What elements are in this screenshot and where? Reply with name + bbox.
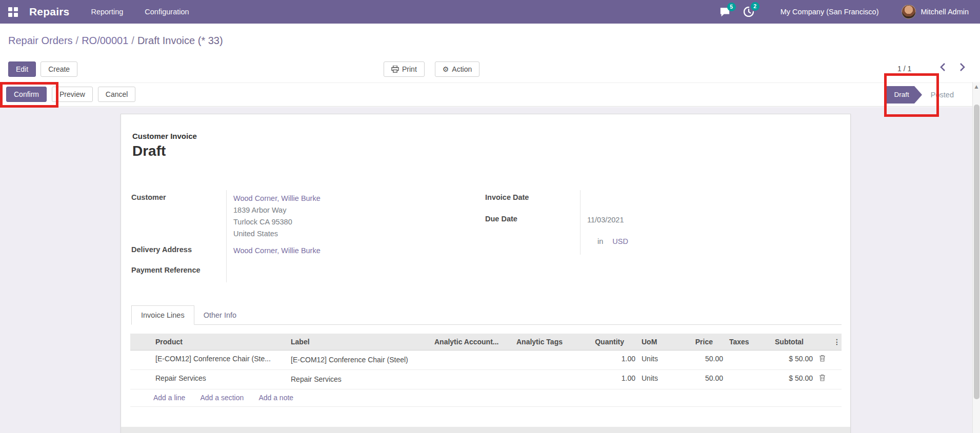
invoice-date-label: Invoice Date	[485, 190, 580, 212]
add-a-note-link[interactable]: Add a note	[258, 394, 293, 402]
field-group-left: Customer Wood Corner, Willie Burke 1839 …	[131, 190, 470, 282]
print-button[interactable]: Print	[384, 61, 425, 77]
field-payment-reference: Payment Reference	[131, 263, 470, 282]
control-panel: Repair Orders/RO/00001/Draft Invoice (* …	[0, 24, 980, 83]
up-arrow-icon[interactable]: ▲	[973, 82, 980, 91]
invoice-state-title: Draft	[132, 143, 166, 159]
col-price[interactable]: Price	[683, 334, 726, 350]
row-handle[interactable]	[130, 370, 152, 389]
column-options-button[interactable]: ⋮	[830, 334, 842, 350]
breadcrumb-separator: /	[128, 35, 137, 46]
cell-uom[interactable]: Units	[638, 370, 683, 389]
cell-product[interactable]: [E-COM12] Conference Chair (Ste...	[152, 350, 288, 370]
field-delivery-address: Delivery Address Wood Corner, Willie Bur…	[131, 242, 470, 263]
field-currency: in USD	[485, 233, 713, 255]
company-switcher[interactable]: My Company (San Francisco)	[781, 8, 879, 16]
customer-label: Customer	[131, 190, 226, 242]
cell-product[interactable]: Repair Services	[152, 370, 288, 389]
customer-link[interactable]: Wood Corner, Willie Burke	[233, 193, 470, 204]
cell-analytic-account[interactable]	[431, 350, 513, 370]
col-delete	[816, 334, 830, 350]
cell-label[interactable]: Repair Services	[288, 370, 431, 389]
delivery-address-link[interactable]: Wood Corner, Willie Burke	[233, 246, 321, 255]
cell-analytic-account[interactable]	[431, 370, 513, 389]
invoice-type-label: Customer Invoice	[132, 132, 197, 140]
row-handle[interactable]	[130, 350, 152, 370]
delete-row-button[interactable]	[816, 370, 830, 389]
col-subtotal[interactable]: Subtotal	[752, 334, 816, 350]
breadcrumb-repair-orders[interactable]: Repair Orders	[8, 35, 73, 46]
table-footer-links: Add a line Add a section Add a note	[130, 389, 842, 407]
breadcrumb: Repair Orders/RO/00001/Draft Invoice (* …	[8, 35, 223, 47]
due-date-value[interactable]: 11/03/2021	[580, 212, 713, 233]
cell-subtotal: $ 50.00	[752, 350, 816, 370]
add-a-line-link[interactable]: Add a line	[153, 394, 185, 402]
user-avatar[interactable]	[902, 5, 916, 19]
add-a-section-link[interactable]: Add a section	[200, 394, 244, 402]
form-view: Customer Invoice Draft Customer Wood Cor…	[0, 107, 972, 433]
messages-button[interactable]: 5	[719, 7, 730, 17]
cell-analytic-tags[interactable]	[513, 350, 575, 370]
scrollbar-thumb[interactable]	[974, 105, 979, 399]
edit-button[interactable]: Edit	[8, 61, 36, 77]
cell-taxes[interactable]	[726, 350, 752, 370]
gear-icon: ⚙	[443, 65, 449, 73]
handle-column	[130, 334, 152, 350]
state-posted[interactable]: Posted	[931, 91, 954, 99]
cancel-button[interactable]: Cancel	[98, 87, 136, 102]
tab-other-info[interactable]: Other Info	[194, 306, 246, 324]
activities-badge: 2	[751, 2, 759, 11]
col-analytic-tags[interactable]: Analytic Tags	[513, 334, 575, 350]
table-header-row: Product Label Analytic Account... Analyt…	[130, 334, 842, 350]
field-customer: Customer Wood Corner, Willie Burke 1839 …	[131, 190, 470, 242]
confirm-button[interactable]: Confirm	[6, 87, 47, 102]
pager-value: 1 / 1	[897, 65, 911, 73]
preview-button[interactable]: Preview	[52, 87, 93, 102]
tab-invoice-lines[interactable]: Invoice Lines	[131, 305, 194, 325]
pager-previous-button[interactable]	[939, 63, 946, 74]
payment-reference-value[interactable]	[226, 263, 470, 282]
create-button[interactable]: Create	[41, 61, 77, 77]
menu-reporting[interactable]: Reporting	[91, 8, 123, 16]
notebook-tabs: Invoice Lines Other Info	[131, 304, 842, 325]
col-label[interactable]: Label	[288, 334, 431, 350]
breadcrumb-ro00001[interactable]: RO/00001	[82, 35, 128, 46]
action-button[interactable]: ⚙ Action	[435, 61, 479, 77]
vertical-scrollbar[interactable]: ▲	[972, 82, 980, 433]
col-uom[interactable]: UoM	[638, 334, 683, 350]
col-analytic-account[interactable]: Analytic Account...	[431, 334, 513, 350]
cell-taxes[interactable]	[726, 370, 752, 389]
breadcrumb-current: Draft Invoice (* 33)	[137, 35, 223, 46]
cell-analytic-tags[interactable]	[513, 370, 575, 389]
table-row[interactable]: [E-COM12] Conference Chair (Ste... [E-CO…	[130, 350, 842, 370]
col-product[interactable]: Product	[152, 334, 288, 350]
form-statusbar: Confirm Preview Cancel Draft Posted	[0, 83, 972, 107]
cell-price[interactable]: 50.00	[683, 350, 726, 370]
table-row[interactable]: Repair Services Repair Services 1.00 Uni…	[130, 370, 842, 389]
apps-grid-icon[interactable]	[8, 7, 18, 17]
col-quantity[interactable]: Quantity	[575, 334, 638, 350]
delete-row-button[interactable]	[816, 350, 830, 370]
section-divider	[121, 427, 850, 433]
currency-prefix: in	[597, 237, 603, 245]
top-navbar: Repairs Reporting Configuration 5 2 My C…	[0, 0, 980, 24]
menu-configuration[interactable]: Configuration	[145, 8, 189, 16]
cell-label[interactable]: [E-COM12] Conference Chair (Steel)	[288, 350, 431, 370]
user-menu[interactable]: Mitchell Admin	[921, 8, 969, 16]
printer-icon	[391, 66, 399, 73]
pager-next-button[interactable]	[959, 63, 966, 74]
field-due-date: Due Date 11/03/2021	[485, 212, 713, 233]
cell-quantity[interactable]: 1.00	[575, 350, 638, 370]
currency-link[interactable]: USD	[612, 237, 628, 245]
due-date-label: Due Date	[485, 212, 580, 233]
cell-quantity[interactable]: 1.00	[575, 370, 638, 389]
app-title[interactable]: Repairs	[29, 6, 69, 18]
customer-address-line: United States	[233, 228, 470, 240]
cell-uom[interactable]: Units	[638, 350, 683, 370]
state-draft[interactable]: Draft	[884, 86, 914, 104]
cell-price[interactable]: 50.00	[683, 370, 726, 389]
activities-button[interactable]: 2	[744, 7, 754, 17]
col-taxes[interactable]: Taxes	[726, 334, 752, 350]
cell-subtotal: $ 50.00	[752, 370, 816, 389]
invoice-date-value[interactable]	[580, 190, 713, 212]
